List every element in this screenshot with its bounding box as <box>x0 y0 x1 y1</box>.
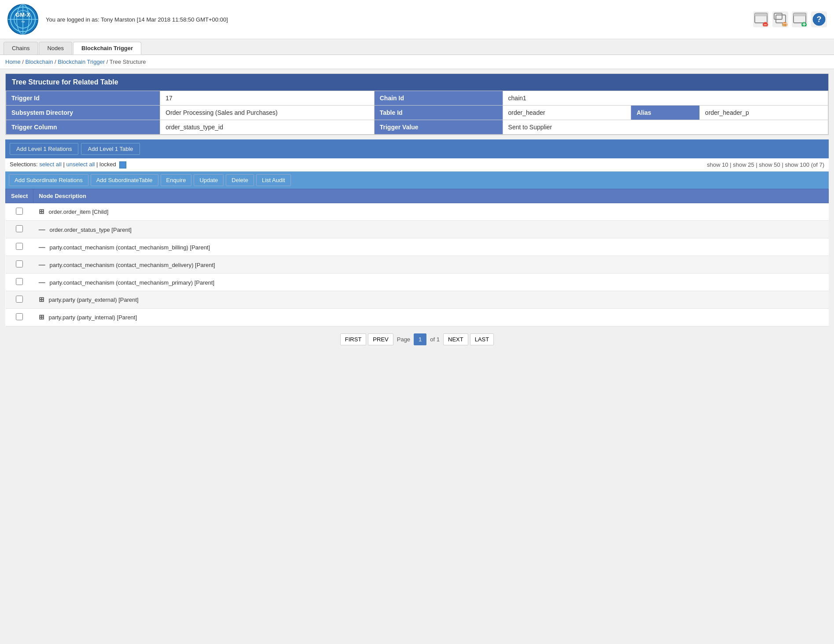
minimize-button[interactable]: − <box>753 11 769 27</box>
prev-button[interactable]: PREV <box>368 333 393 345</box>
add-subordinate-relations-button[interactable]: Add Subordinate Relations <box>9 174 88 186</box>
header-icons: − ◫ + ? <box>753 11 827 27</box>
table-header-row: Select Node Description <box>6 189 829 203</box>
node-text-3: party.contact_mechanism (contact_mechani… <box>49 262 215 268</box>
enquire-button[interactable]: Enquire <box>161 174 192 186</box>
table-row: — party.contact_mechanism (contact_mecha… <box>6 256 829 273</box>
node-text-6: party.party (party_internal) [Parent] <box>48 314 137 321</box>
table-row: — order.order_status_type [Parent] <box>6 220 829 238</box>
svg-rect-17 <box>794 13 806 16</box>
row-checkbox-4[interactable] <box>16 278 23 285</box>
add-level1-relations-button[interactable]: Add Level 1 Relations <box>10 143 78 155</box>
svg-text:−: − <box>764 22 767 26</box>
data-table: Select Node Description ⊞ order.order_it… <box>5 189 829 326</box>
chain-id-value: chain1 <box>503 91 828 106</box>
unselect-all-link[interactable]: unselect all <box>66 161 95 168</box>
alias-label: Alias <box>631 106 700 120</box>
info-row-1: Trigger Id 17 Chain Id chain1 <box>6 91 828 106</box>
subsystem-label: Subsystem Directory <box>6 106 160 120</box>
row-checkbox-5[interactable] <box>16 296 23 303</box>
node-description-3: — party.contact_mechanism (contact_mecha… <box>33 256 829 273</box>
svg-rect-9 <box>755 13 767 16</box>
node-description-5: ⊞ party.party (party_external) [Parent] <box>33 291 829 308</box>
node-description-4: — party.contact_mechanism (contact_mecha… <box>33 273 829 291</box>
trigger-id-value: 17 <box>160 91 374 106</box>
pagination-info: show 10 | show 25 | show 50 | show 100 (… <box>707 161 824 168</box>
tab-nodes[interactable]: Nodes <box>39 42 72 55</box>
of-label: of 1 <box>428 336 441 343</box>
user-info: You are logged in as: Tony Marston [14 M… <box>46 16 753 23</box>
delete-button[interactable]: Delete <box>226 174 254 186</box>
tab-bar: Chains Nodes Blockchain Trigger <box>0 39 834 55</box>
trigger-value-value: Sent to Supplier <box>503 120 828 135</box>
breadcrumb-home[interactable]: Home <box>5 59 21 65</box>
update-button[interactable]: Update <box>194 174 224 186</box>
breadcrumb-blockchain[interactable]: Blockchain <box>26 59 53 65</box>
add-level1-table-button[interactable]: Add Level 1 Table <box>81 143 140 155</box>
node-text-1: order.order_status_type [Parent] <box>49 227 131 233</box>
row-checkbox-6[interactable] <box>16 313 23 320</box>
info-table: Trigger Id 17 Chain Id chain1 Subsystem … <box>6 91 828 135</box>
breadcrumb: Home / Blockchain / Blockchain Trigger /… <box>0 55 834 69</box>
row-checkbox-2[interactable] <box>16 243 23 250</box>
node-icon-5: ⊞ <box>39 296 44 304</box>
node-icon-2: — <box>39 243 45 251</box>
selections-bar: Selections: select all | unselect all | … <box>5 158 829 172</box>
info-row-2: Subsystem Directory Order Processing (Sa… <box>6 106 828 120</box>
first-button[interactable]: FIRST <box>340 333 367 345</box>
select-all-link[interactable]: select all <box>39 161 62 168</box>
node-icon-6: ⊞ <box>39 313 44 321</box>
node-description-0: ⊞ order.order_item [Child] <box>33 203 829 220</box>
row-checkbox-1[interactable] <box>16 225 23 232</box>
main-content: Tree Structure for Related Table Trigger… <box>0 69 834 643</box>
node-icon-0: ⊞ <box>39 208 44 216</box>
list-audit-button[interactable]: List Audit <box>256 174 291 186</box>
logo: GM-X ™ <box>7 4 39 35</box>
tab-chains[interactable]: Chains <box>4 42 38 55</box>
node-text-4: party.contact_mechanism (contact_mechani… <box>49 279 214 286</box>
svg-text:?: ? <box>817 15 822 24</box>
row-checkbox-3[interactable] <box>16 260 23 267</box>
row-checkbox-0[interactable] <box>16 208 23 215</box>
page-label: Page <box>395 336 412 343</box>
table-row: — party.contact_mechanism (contact_mecha… <box>6 273 829 291</box>
header: GM-X ™ You are logged in as: Tony Marsto… <box>0 0 834 39</box>
node-description-2: — party.contact_mechanism (contact_mecha… <box>33 238 829 256</box>
add-subordinate-table-button[interactable]: Add SubordinateTable <box>91 174 158 186</box>
svg-rect-13 <box>774 13 782 19</box>
maximize-button[interactable]: + <box>792 11 808 27</box>
table-row: ⊞ party.party (party_internal) [Parent] <box>6 308 829 326</box>
panel-title: Tree Structure for Related Table <box>6 74 828 91</box>
col-node-description: Node Description <box>33 189 829 203</box>
alias-value: order_header_p <box>700 106 828 120</box>
trigger-column-value: order_status_type_id <box>160 120 374 135</box>
table-row: — party.contact_mechanism (contact_mecha… <box>6 238 829 256</box>
current-page-button[interactable]: 1 <box>414 333 426 345</box>
toolbar: Add Subordinate Relations Add Subordinat… <box>5 172 829 189</box>
pagination: FIRST PREV Page 1 of 1 NEXT LAST <box>5 326 829 352</box>
svg-text:GM-X: GM-X <box>15 11 30 18</box>
node-icon-4: — <box>39 278 45 286</box>
table-id-value: order_header <box>503 106 631 120</box>
breadcrumb-tree-structure: Tree Structure <box>110 59 146 65</box>
col-select: Select <box>6 189 33 203</box>
svg-text:™: ™ <box>21 20 25 25</box>
trigger-id-label: Trigger Id <box>6 91 160 106</box>
info-row-3: Trigger Column order_status_type_id Trig… <box>6 120 828 135</box>
locked-checkbox[interactable] <box>119 161 126 168</box>
table-row: ⊞ order.order_item [Child] <box>6 203 829 220</box>
node-description-6: ⊞ party.party (party_internal) [Parent] <box>33 308 829 326</box>
trigger-value-label: Trigger Value <box>374 120 503 135</box>
action-bar: Add Level 1 Relations Add Level 1 Table <box>5 139 829 158</box>
node-description-1: — order.order_status_type [Parent] <box>33 220 829 238</box>
last-button[interactable]: LAST <box>470 333 494 345</box>
table-id-label: Table Id <box>374 106 503 120</box>
breadcrumb-blockchain-trigger[interactable]: Blockchain Trigger <box>58 59 105 65</box>
subsystem-value: Order Processing (Sales and Purchases) <box>160 106 374 120</box>
tab-blockchain-trigger[interactable]: Blockchain Trigger <box>73 42 141 55</box>
node-icon-3: — <box>39 261 45 268</box>
next-button[interactable]: NEXT <box>443 333 468 345</box>
chain-id-label: Chain Id <box>374 91 503 106</box>
help-button[interactable]: ? <box>811 11 827 27</box>
restore-button[interactable]: ◫ <box>772 11 788 27</box>
